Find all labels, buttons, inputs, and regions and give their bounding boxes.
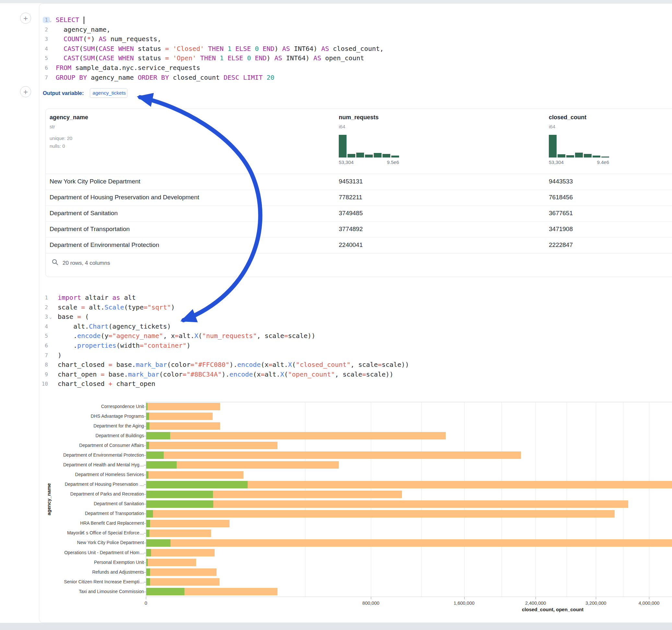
line-number: 6 xyxy=(45,65,48,71)
y-axis-tick xyxy=(144,436,146,436)
code-text: .encode(y="agency_name", x=alt.X("num_re… xyxy=(58,331,315,341)
x-axis-label: 2,400,000 xyxy=(510,601,561,606)
gridline xyxy=(623,402,623,597)
row-separator xyxy=(46,253,672,253)
y-axis-label: Mayorâ€ s Office of Special Enforce… xyxy=(34,530,144,535)
table-row-count: 20 rows, 4 columns xyxy=(63,260,110,266)
bar-open_count xyxy=(146,559,148,566)
line-number: 2 xyxy=(45,304,48,311)
line-number-gutter: 7 xyxy=(39,73,48,83)
python-editor[interactable]: 1import altair as alt2scale = alt.Scale(… xyxy=(39,293,672,389)
bar-closed_count xyxy=(146,510,615,517)
code-text: CAST(SUM(CASE WHEN status = 'Closed' THE… xyxy=(56,44,384,54)
x-axis-tick xyxy=(535,597,536,599)
line-number: 1 xyxy=(43,17,50,23)
y-axis-tick xyxy=(144,592,146,592)
y-axis-label: Correspondence Unit xyxy=(34,404,144,409)
code-line: 7) xyxy=(39,350,672,360)
bar-closed_count xyxy=(146,559,196,566)
code-text: .properties(width="container") xyxy=(58,341,190,350)
page-gap-bottom xyxy=(0,623,672,630)
bar-open_count xyxy=(146,510,153,517)
y-axis-tick xyxy=(144,494,146,494)
output-variable-row: Output variable: agency_tickets xyxy=(43,88,127,98)
table-cell: Department of Housing Preservation and D… xyxy=(50,194,199,201)
y-axis-label: Department of Housing Preservation … xyxy=(34,482,144,487)
y-axis-tick xyxy=(144,416,146,417)
code-text: SELECT xyxy=(56,15,84,25)
y-axis-label: Department of Homeless Services xyxy=(34,472,144,477)
bar-open_count xyxy=(146,413,149,420)
table-cell: 7618456 xyxy=(549,194,573,201)
line-number: 5 xyxy=(45,55,48,61)
y-axis-label: Personal Exemption Unit xyxy=(34,560,144,565)
line-number-gutter: 5 xyxy=(39,331,48,341)
bar-open_count xyxy=(146,442,149,449)
histogram-bar xyxy=(601,156,609,158)
code-text: ) xyxy=(58,350,62,360)
plot-border xyxy=(146,402,672,402)
column-header-num_requests[interactable]: num_requests xyxy=(339,114,379,121)
bar-open_count xyxy=(146,403,147,410)
x-axis-tick xyxy=(596,597,596,599)
code-text: CAST(SUM(CASE WHEN status = 'Open' THEN … xyxy=(56,53,364,63)
y-axis-tick xyxy=(144,465,146,465)
code-text: COUNT(*) AS num_requests, xyxy=(56,34,161,44)
histogram-range-labels: 53,3049.5e6 xyxy=(339,160,399,165)
sql-editor[interactable]: 1⌄SELECT 2 agency_name,3 COUNT(*) AS num… xyxy=(39,15,672,82)
bar-closed_count xyxy=(146,471,243,479)
table-cell: 3471908 xyxy=(549,225,573,233)
add-cell-button[interactable]: + xyxy=(20,13,31,24)
code-line: 7GROUP BY agency_name ORDER BY closed_co… xyxy=(39,73,672,83)
row-separator xyxy=(46,205,672,206)
line-number: 9 xyxy=(45,371,48,378)
bar-open_count xyxy=(146,432,170,439)
y-axis-tick xyxy=(144,426,146,427)
code-text: scale = alt.Scale(type="sqrt") xyxy=(58,303,175,312)
output-variable-chip[interactable]: agency_tickets xyxy=(90,88,127,98)
table-cell: New York City Police Department xyxy=(50,178,140,185)
bar-open_count xyxy=(146,520,150,527)
gridline xyxy=(305,402,305,597)
y-axis-tick xyxy=(144,543,146,543)
code-text: FROM sample_data.nyc.service_requests xyxy=(56,63,200,73)
code-line: 4 CAST(SUM(CASE WHEN status = 'Closed' T… xyxy=(39,44,672,54)
fold-chevron-icon[interactable]: ⌄ xyxy=(49,16,52,25)
line-number-gutter: 3⌄ xyxy=(39,312,48,322)
line-number-gutter: 2 xyxy=(39,25,48,35)
code-line: 8chart_closed = base.mark_bar(color="#FF… xyxy=(39,360,672,370)
gridline xyxy=(535,402,536,597)
column-header-closed_count[interactable]: closed_count xyxy=(549,114,586,121)
code-text: agency_name, xyxy=(56,25,111,35)
table-cell: Department of Environmental Protection xyxy=(50,241,159,248)
bar-open_count xyxy=(146,588,185,595)
table-cell: 2222847 xyxy=(549,241,573,248)
line-number: 4 xyxy=(45,323,48,330)
add-cell-button[interactable]: + xyxy=(20,86,31,97)
line-number-gutter: 2 xyxy=(39,303,48,312)
y-axis-tick xyxy=(144,455,146,456)
y-axis-tick xyxy=(144,533,146,533)
fold-chevron-icon[interactable]: ⌄ xyxy=(49,312,52,322)
histogram-bar xyxy=(365,154,373,158)
bar-closed_count xyxy=(146,422,220,430)
column-dtype: i64 xyxy=(339,124,345,129)
bar-open_count xyxy=(146,549,151,556)
bar-open_count xyxy=(146,539,170,547)
search-icon[interactable] xyxy=(51,259,59,266)
bar-closed_count xyxy=(146,578,219,586)
page-gap-top xyxy=(0,0,672,3)
code-text: GROUP BY agency_name ORDER BY closed_cou… xyxy=(56,73,274,83)
line-number: 3 xyxy=(45,314,48,320)
bar-open_count xyxy=(146,491,213,498)
line-number-gutter: 5 xyxy=(39,53,48,63)
bar-closed_count xyxy=(146,500,628,508)
column-header-agency_name[interactable]: agency_name xyxy=(50,114,88,121)
notebook-page: + + 1⌄SELECT 2 agency_name,3 COUNT(*) AS… xyxy=(0,0,672,630)
text-cursor xyxy=(83,17,84,24)
bar-closed_count xyxy=(146,452,521,459)
gridline xyxy=(567,402,567,597)
code-text: chart_closed = base.mark_bar(color="#FFC… xyxy=(58,360,409,370)
line-number: 3 xyxy=(45,36,48,42)
y-axis-tick xyxy=(144,514,146,514)
